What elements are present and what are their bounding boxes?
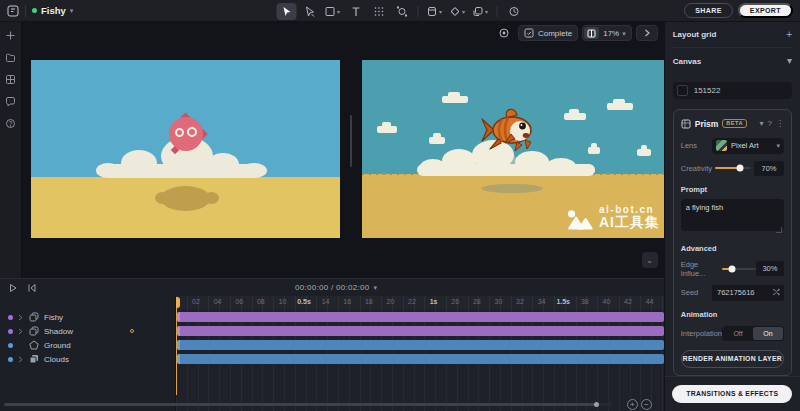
toggle-off[interactable]: Off — [723, 327, 753, 340]
chevron-right-icon[interactable] — [18, 327, 24, 335]
canvas-area[interactable]: ai-bot.cn AI工具集 Complete — [22, 22, 664, 278]
small-cloud — [564, 113, 586, 120]
timeline-panel: 00:00:00 / 00:02:00 ▾ FishyShadowGroundC… — [0, 278, 664, 411]
text-tool[interactable] — [346, 3, 366, 20]
snapshot-icon[interactable] — [494, 25, 514, 41]
effects-tool[interactable]: ▾ — [448, 3, 468, 20]
shape-tool[interactable]: ▾ — [323, 3, 343, 20]
pixel-select-tool[interactable] — [369, 3, 389, 20]
track-area[interactable] — [176, 309, 664, 411]
ruler-label: 1s — [430, 298, 438, 305]
layer-row-ground[interactable]: Ground — [0, 340, 175, 350]
creativity-value[interactable]: 70% — [754, 161, 784, 176]
layer-row-fishy[interactable]: Fishy — [0, 312, 175, 322]
comments-icon[interactable] — [5, 96, 16, 107]
online-status-dot — [32, 8, 37, 13]
add-icon[interactable] — [5, 30, 16, 41]
ruler-label: 32 — [516, 298, 524, 305]
shuffle-seed-icon[interactable] — [772, 288, 780, 297]
view-zoom-group: 17%▾ — [582, 25, 632, 41]
pages-icon — [29, 354, 39, 364]
timeline-track-clouds[interactable] — [177, 354, 664, 364]
layer-color-dot — [8, 357, 13, 362]
creativity-slider[interactable] — [715, 167, 751, 169]
boolean-shapes-tool[interactable]: ▾ — [471, 3, 491, 20]
export-button[interactable]: EXPORT — [738, 3, 793, 18]
node-select-tool[interactable] — [300, 3, 320, 20]
lens-thumbnail — [716, 140, 727, 151]
app-logo-icon[interactable] — [7, 5, 19, 17]
split-view-icon[interactable] — [584, 27, 599, 39]
canvas-color-field[interactable]: 151522 — [673, 82, 792, 99]
layer-row-clouds[interactable]: Clouds — [0, 354, 175, 364]
chevron-down-icon[interactable]: ▾ — [760, 120, 764, 128]
chevron-right-icon[interactable] — [18, 313, 24, 321]
add-layout-grid-icon[interactable]: + — [786, 30, 792, 40]
project-menu[interactable]: Fishy ▾ — [32, 5, 73, 16]
layer-row-shadow[interactable]: Shadow — [0, 326, 175, 336]
zoom-level-dropdown[interactable]: 17%▾ — [599, 29, 630, 38]
ruler-label: 1.5s — [556, 298, 570, 305]
frame-source[interactable] — [31, 60, 340, 238]
slider-knob[interactable] — [737, 165, 744, 172]
help-icon[interactable] — [5, 118, 16, 129]
slider-knob[interactable] — [729, 265, 736, 272]
kebab-menu-icon[interactable]: ⋮ — [776, 120, 784, 128]
scrollbar-handle[interactable] — [4, 403, 596, 406]
frame-rendered[interactable]: ai-bot.cn AI工具集 — [362, 60, 664, 238]
complete-button[interactable]: Complete — [518, 25, 578, 41]
seed-label: Seed — [681, 288, 699, 297]
timeline-track-fishy[interactable] — [177, 312, 664, 322]
zoom-out-icon[interactable]: − — [641, 399, 652, 410]
folder-icon[interactable] — [5, 52, 16, 63]
ruler-label: 34 — [538, 298, 546, 305]
scrollbar-grip[interactable] — [594, 402, 599, 407]
horizontal-scrollbar[interactable] — [4, 403, 612, 406]
play-button[interactable] — [8, 283, 18, 293]
toggle-on[interactable]: On — [753, 327, 783, 340]
history-tool[interactable] — [504, 3, 524, 20]
select-tool[interactable] — [277, 3, 297, 20]
pentagon-icon — [29, 340, 39, 350]
chevron-right-icon[interactable] — [18, 355, 24, 363]
frame-tool[interactable]: ▾ — [425, 3, 445, 20]
collapse-panel-icon[interactable]: ⌄ — [642, 252, 658, 268]
transitions-effects-button[interactable]: TRANSITIONS & EFFECTS — [672, 385, 792, 403]
timeline-ruler[interactable]: 02040608100.5s14161820221s26283032341.5s… — [176, 296, 664, 309]
chevron-down-icon: ▾ — [70, 7, 74, 14]
transform-tool[interactable] — [392, 3, 412, 20]
prism-title: Prism — [695, 119, 719, 129]
edge-influence-value[interactable]: 30% — [756, 261, 784, 276]
zoom-in-icon[interactable]: + — [627, 399, 638, 410]
playhead[interactable] — [176, 297, 177, 395]
ruler-label: 28 — [473, 298, 481, 305]
group-icon — [29, 312, 39, 322]
edge-influence-slider[interactable] — [722, 268, 756, 270]
time-display-dropdown[interactable]: 00:00:00 / 00:02:00 ▾ — [295, 283, 377, 292]
share-button[interactable]: SHARE — [684, 3, 733, 18]
lens-dropdown[interactable]: Pixel Art ▾ — [712, 138, 784, 154]
seed-input[interactable] — [712, 285, 768, 301]
frame-divider-scrollbar[interactable] — [350, 115, 352, 167]
timeline-track-ground[interactable] — [177, 340, 664, 350]
small-cloud — [429, 137, 445, 144]
interpolation-toggle[interactable]: Off On — [722, 326, 784, 341]
keyframe-dot[interactable] — [130, 329, 134, 333]
prism-icon — [681, 119, 691, 129]
divider — [418, 6, 419, 17]
go-to-start-button[interactable] — [27, 283, 37, 293]
animation-label: Animation — [681, 310, 784, 319]
chevron-down-icon[interactable]: ▾ — [787, 56, 792, 66]
assets-icon[interactable] — [5, 74, 16, 85]
next-frame-button[interactable] — [636, 25, 658, 41]
canvas-section-label: Canvas — [673, 57, 701, 66]
watermark-logo-icon — [567, 210, 593, 230]
chevron-down-icon: ▾ — [374, 284, 378, 291]
chevron-placeholder — [18, 341, 24, 349]
prompt-input[interactable]: a flying fish — [681, 199, 784, 231]
ruler-label: 40 — [602, 298, 610, 305]
render-animation-layer-button[interactable]: RENDER ANIMATION LAYER — [681, 350, 784, 368]
timeline-track-shadow[interactable] — [177, 326, 664, 336]
help-circle-icon[interactable]: ? — [768, 120, 772, 128]
color-swatch[interactable] — [677, 85, 688, 96]
